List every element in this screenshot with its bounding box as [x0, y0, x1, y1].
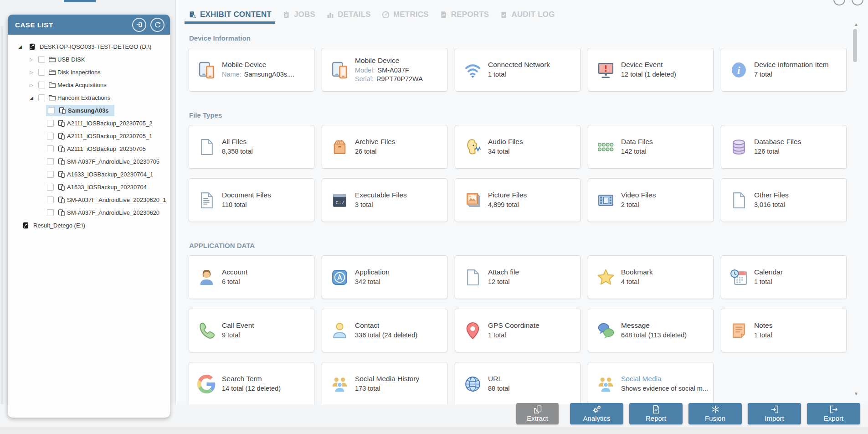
card-other-files[interactable]: Other Files3,016 total: [721, 178, 847, 222]
card-message[interactable]: Message648 total (113 deleted): [588, 309, 714, 352]
tree-item-checkbox[interactable]: [38, 94, 45, 101]
tree-item-checkbox[interactable]: [48, 107, 55, 114]
card-mobile-device[interactable]: Mobile DeviceName:SamsungA03s....: [189, 48, 314, 92]
card-count: 26 total: [355, 147, 395, 156]
export-button[interactable]: Export: [807, 403, 860, 424]
tree-item-checkbox[interactable]: [38, 82, 45, 88]
card-count: 34 total: [488, 147, 523, 156]
tree-item-a2111-iosbackup-20230705-2[interactable]: A2111_iOSBackup_20230705_2: [8, 117, 168, 129]
collapse-arrow-icon[interactable]: ◢: [17, 44, 23, 49]
tree-item-checkbox[interactable]: [47, 158, 54, 165]
tree-item-checkbox[interactable]: [47, 184, 54, 191]
tree-item-sm-a037f-androidlive-20230620[interactable]: SM-A037F_AndroidLive_20230620: [8, 206, 168, 219]
card-call-event[interactable]: Call Event9 total: [189, 309, 314, 352]
tree-item-result-detego-e[interactable]: Result_Detego (E:\): [8, 219, 168, 232]
card-contact[interactable]: Contact336 total (24 deleted): [322, 309, 447, 352]
tree-item-checkbox[interactable]: [38, 69, 45, 76]
card-application[interactable]: Application342 total: [322, 255, 447, 299]
card-attach-file[interactable]: Attach file12 total: [455, 255, 580, 299]
scroll-up-icon[interactable]: ▲: [854, 22, 858, 27]
tab-exhibit-content[interactable]: EXHIBIT CONTENT: [189, 10, 272, 19]
tab-audit-log[interactable]: AUDIT LOG: [500, 10, 555, 19]
card-gps-coordinate[interactable]: GPS Coordinate1 total: [455, 309, 580, 352]
card-device-information-item[interactable]: iDevice Information Item7 total: [721, 48, 847, 92]
card-bookmark[interactable]: Bookmark4 total: [588, 255, 714, 299]
tree-item-desktop-iqso033-test-detego-d[interactable]: ◢DESKTOP-IQSO033-TEST-DETEGO (D:\): [8, 40, 168, 53]
analytics-button[interactable]: Analytics: [570, 403, 623, 424]
card-document-files[interactable]: Document Files110 total: [189, 178, 314, 222]
card-data-files[interactable]: Data Files142 total: [588, 125, 714, 169]
report-button[interactable]: Report: [629, 403, 683, 424]
expand-arrow-icon[interactable]: ▷: [28, 83, 35, 88]
refresh-button[interactable]: [150, 18, 164, 32]
card-audio-files[interactable]: Audio Files34 total: [455, 125, 580, 169]
tree-item-a1633-iosbackup-20230704-1[interactable]: A1633_iOSBackup_20230704_1: [8, 168, 168, 181]
tree-item-checkbox[interactable]: [47, 145, 54, 152]
tree-item-checkbox[interactable]: [47, 209, 54, 216]
card-search-term[interactable]: Search Term14 total (12 deleted): [189, 362, 314, 404]
call-event-icon: [197, 321, 216, 340]
card-text: URL88 total: [488, 375, 510, 393]
card-account[interactable]: Account6 total: [189, 255, 314, 299]
card-social-media-history[interactable]: Social Media History173 total: [322, 362, 447, 404]
tree-item-samsunga03s[interactable]: SamsungA03s: [8, 104, 168, 117]
collapse-arrow-icon[interactable]: ◢: [28, 95, 35, 100]
tree-item-checkbox[interactable]: [47, 196, 54, 203]
card-all-files[interactable]: All Files8,358 total: [189, 125, 314, 169]
card-url[interactable]: URL88 total: [455, 362, 580, 404]
card-title: Calendar: [754, 268, 783, 276]
field-label: Serial:: [355, 75, 374, 83]
expand-arrow-icon[interactable]: ▷: [28, 70, 35, 75]
field-value: SamsungA03s....: [244, 71, 294, 78]
card-text: Application342 total: [355, 268, 390, 286]
expand-arrow-icon[interactable]: ▷: [28, 57, 35, 62]
open-case-button[interactable]: [132, 18, 146, 32]
tree-item-checkbox[interactable]: [38, 56, 45, 63]
card-count: 126 total: [754, 147, 801, 156]
tree-item-sm-a037f-androidlive-20230705[interactable]: SM-A037F_AndroidLive_20230705: [8, 155, 168, 168]
fusion-button[interactable]: Fusion: [688, 403, 742, 424]
scroll-down-icon[interactable]: ▼: [854, 391, 858, 396]
tree-item-sm-a037f-androidlive-20230620-1[interactable]: SM-A037F_AndroidLive_20230620_1: [8, 193, 168, 206]
tree-item-label: SM-A037F_AndroidLive_20230705: [67, 158, 159, 165]
tab-jobs[interactable]: JOBS: [282, 10, 315, 19]
attach-file-icon: [463, 268, 482, 287]
selected-highlight: SamsungA03s: [46, 105, 114, 116]
card-connected-network[interactable]: Connected Network1 total: [455, 48, 580, 92]
tree-item-usb-disk[interactable]: ▷USB DISK: [8, 53, 168, 66]
tree-item-a1633-iosbackup-20230704[interactable]: A1633_iOSBackup_20230704: [8, 181, 168, 193]
tree-item-checkbox[interactable]: [47, 171, 54, 178]
content-tabs: EXHIBIT CONTENTJOBSDETAILSMETRICSREPORTS…: [189, 10, 555, 19]
tree-item-media-acquisitions[interactable]: ▷Media Acquisitions: [8, 78, 168, 91]
tree-item-a2111-iosbackup-20230705[interactable]: A2111_iOSBackup_20230705: [8, 142, 168, 155]
import-button[interactable]: Import: [748, 403, 801, 424]
card-executable-files[interactable]: C:/Executable Files3 total: [322, 178, 447, 222]
import-icon: [770, 405, 779, 414]
tab-reports[interactable]: REPORTS: [440, 10, 489, 19]
card-archive-files[interactable]: Archive Files26 total: [322, 125, 447, 169]
executable-icon: C:/: [330, 191, 349, 210]
card-count: 6 total: [222, 278, 247, 286]
card-notes[interactable]: Notes1 total: [721, 309, 847, 352]
extract-button[interactable]: Extract: [516, 403, 559, 424]
section-title-device-information: Device Information: [189, 34, 847, 42]
card-device-event[interactable]: Device Event12 total (1 deleted): [588, 48, 714, 92]
card-picture-files[interactable]: Picture Files4,899 total: [455, 178, 580, 222]
tree-item-disk-inspections[interactable]: ▷Disk Inspections: [8, 66, 168, 78]
tree-item-hancom-extractions[interactable]: ◢Hancom Extractions: [8, 91, 168, 104]
page-scrollbar[interactable]: [1, 26, 3, 427]
card-title: Search Term: [222, 375, 281, 383]
card-mobile-device[interactable]: Mobile DeviceModel:SM-A037FSerial:R9PT70…: [322, 48, 447, 92]
tree-item-a2111-iosbackup-20230705-1[interactable]: A2111_iOSBackup_20230705_1: [8, 129, 168, 142]
scrollbar-thumb[interactable]: [853, 29, 857, 62]
card-calendar[interactable]: Calendar1 total: [721, 255, 847, 299]
tab-details[interactable]: DETAILS: [326, 10, 371, 19]
cropped-toolbar-icon[interactable]: [852, 0, 863, 5]
tree-item-checkbox[interactable]: [47, 133, 54, 140]
tree-item-checkbox[interactable]: [47, 120, 54, 127]
card-video-files[interactable]: Video Files2 total: [588, 178, 714, 222]
cropped-toolbar-icon[interactable]: [833, 0, 845, 5]
card-social-media[interactable]: Social MediaShows evidence of social m..…: [588, 362, 714, 404]
tab-metrics[interactable]: METRICS: [382, 10, 429, 19]
card-database-files[interactable]: Database Files126 total: [721, 125, 847, 169]
